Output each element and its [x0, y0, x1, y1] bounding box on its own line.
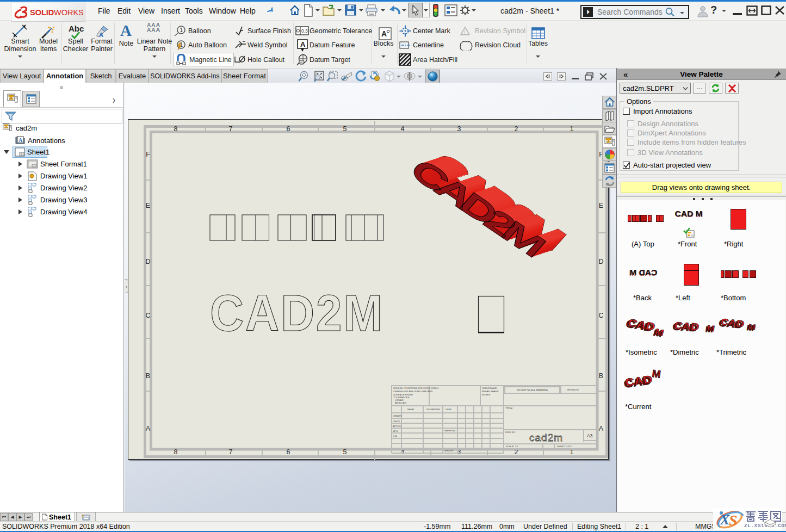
- svg-text:DO NOT SCALE DRAWING: DO NOT SCALE DRAWING: [517, 389, 548, 392]
- svg-text:WORKS: WORKS: [54, 8, 83, 17]
- svg-text:DEBURR AND: DEBURR AND: [482, 387, 497, 389]
- svg-text:CAD: CAD: [627, 317, 657, 333]
- svg-text:FINISH:: FINISH:: [431, 387, 439, 389]
- svg-text:NAME: NAME: [407, 408, 414, 411]
- svg-text:MATERIAL:: MATERIAL:: [444, 429, 456, 432]
- svg-text:S: S: [729, 512, 738, 529]
- svg-text:MFG: MFG: [393, 430, 398, 432]
- svg-text:DIMENSIONS ARE IN MILLIMETERS: DIMENSIONS ARE IN MILLIMETERS: [393, 390, 432, 393]
- svg-text:4: 4: [401, 125, 405, 133]
- svg-text:TITLE:: TITLE:: [505, 407, 513, 410]
- svg-text:F: F: [146, 151, 150, 158]
- svg-text:DATE: DATE: [445, 408, 451, 411]
- svg-text:A: A: [599, 425, 604, 432]
- svg-text:D: D: [598, 258, 603, 265]
- svg-text:6: 6: [287, 448, 290, 456]
- svg-text:DRAWN: DRAWN: [393, 415, 401, 417]
- svg-text:D: D: [145, 258, 150, 265]
- svg-text:C: C: [145, 312, 150, 319]
- svg-text:8: 8: [174, 125, 178, 133]
- svg-text:REVISION: REVISION: [567, 388, 579, 391]
- svg-text:SOLID: SOLID: [30, 8, 54, 17]
- svg-text:B: B: [146, 372, 150, 380]
- svg-text:M: M: [707, 324, 715, 332]
- svg-text:A: A: [146, 425, 151, 432]
- svg-text:Q.A: Q.A: [393, 435, 397, 437]
- svg-text:M: M: [747, 323, 756, 331]
- svg-text:SHEET 1 OF 1: SHEET 1 OF 1: [557, 445, 573, 448]
- svg-text:cad2m: cad2m: [529, 432, 563, 443]
- svg-text:1: 1: [180, 27, 183, 33]
- svg-text:ANGULAR:: ANGULAR:: [395, 401, 407, 404]
- svg-text:5: 5: [343, 448, 347, 456]
- svg-text:CAD2M: CAD2M: [210, 284, 384, 342]
- svg-text:SCALE: 2:1: SCALE: 2:1: [506, 445, 518, 448]
- svg-text:A3: A3: [587, 433, 593, 438]
- svg-text:M: M: [651, 368, 661, 380]
- svg-text:E: E: [146, 202, 150, 209]
- svg-text:APPV'D: APPV'D: [393, 425, 401, 428]
- svg-text:BREAK SHARP: BREAK SHARP: [482, 390, 499, 393]
- svg-text:E: E: [599, 202, 603, 209]
- svg-text:8: 8: [174, 448, 178, 456]
- svg-text:7: 7: [229, 125, 233, 133]
- svg-text:6: 6: [287, 125, 290, 133]
- svg-text:WEIGHT:: WEIGHT:: [444, 449, 454, 452]
- svg-text:SIGNATURE: SIGNATURE: [426, 408, 440, 411]
- svg-text:A: A: [381, 29, 387, 38]
- svg-text:B: B: [599, 372, 603, 380]
- svg-text:DWG NO.: DWG NO.: [505, 431, 516, 434]
- svg-text:0.3: 0.3: [301, 28, 308, 34]
- svg-text:CAD: CAD: [673, 320, 700, 332]
- svg-text:5: 5: [343, 125, 347, 133]
- svg-text:3: 3: [457, 125, 461, 133]
- svg-text:UNLESS OTHERWISE SPECIFIED:: UNLESS OTHERWISE SPECIFIED:: [393, 387, 431, 389]
- svg-text:CHK'D: CHK'D: [393, 420, 400, 423]
- svg-text:A: A: [18, 137, 23, 143]
- svg-text:7: 7: [229, 448, 233, 456]
- svg-text:1: 1: [570, 125, 574, 133]
- svg-text:!: !: [464, 29, 466, 35]
- svg-text:A: A: [300, 40, 306, 48]
- svg-text:EDGES: EDGES: [482, 393, 490, 396]
- svg-text:A1: A1: [300, 61, 305, 64]
- svg-text:C: C: [598, 312, 603, 319]
- svg-text:2: 2: [515, 125, 518, 133]
